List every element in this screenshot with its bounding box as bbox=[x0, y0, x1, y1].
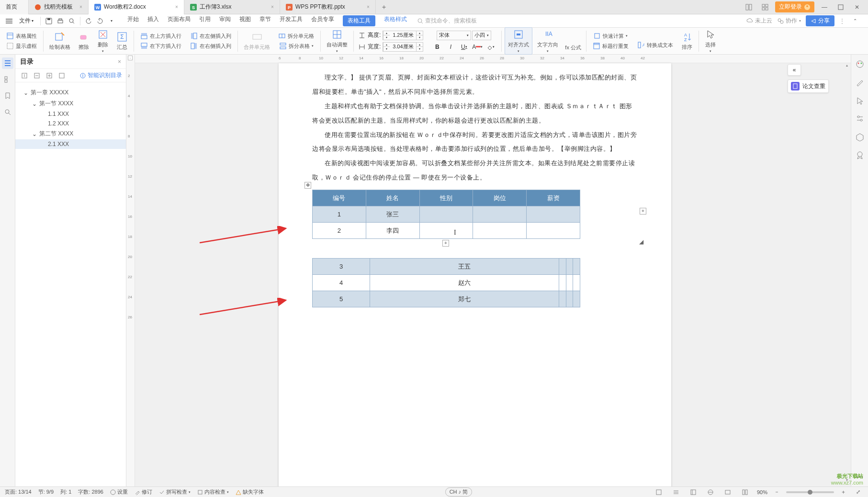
status-page[interactable]: 页面: 13/14 bbox=[5, 488, 32, 496]
thumbnail-icon[interactable] bbox=[2, 74, 13, 85]
show-gridlines[interactable]: 显示虚框 bbox=[4, 41, 39, 51]
cursor-icon[interactable] bbox=[854, 95, 866, 106]
col-width-input[interactable]: ▴▾3.04厘米▴▾ bbox=[383, 42, 423, 52]
menu-tab-reference[interactable]: 引用 bbox=[199, 15, 211, 26]
close-icon[interactable]: × bbox=[367, 4, 370, 10]
edit-icon[interactable] bbox=[854, 77, 866, 88]
table-cell[interactable] bbox=[419, 206, 473, 223]
night-mode[interactable] bbox=[722, 487, 733, 497]
fill-color-button[interactable]: ▾ bbox=[485, 42, 497, 52]
close-icon[interactable]: ✕ bbox=[851, 1, 863, 13]
zoom-out[interactable]: － bbox=[774, 488, 779, 496]
outline-item[interactable]: ⌄第二节 XXXX bbox=[15, 128, 126, 139]
outline-item[interactable]: ⌄第一节 XXXX bbox=[15, 98, 126, 109]
menu-tab-member[interactable]: 会员专享 bbox=[311, 15, 334, 26]
customize-dropdown[interactable]: ▾ bbox=[106, 16, 117, 26]
close-icon[interactable]: × bbox=[118, 58, 121, 65]
font-family-select[interactable]: 宋体▾ bbox=[437, 31, 471, 40]
status-spell[interactable]: 拼写检查▾ bbox=[159, 488, 191, 496]
menu-tab-layout[interactable]: 页面布局 bbox=[168, 15, 191, 26]
erase[interactable]: 擦除 bbox=[75, 30, 92, 52]
settings-icon[interactable] bbox=[854, 113, 866, 124]
table-cell[interactable]: 5 bbox=[313, 291, 370, 307]
table-move-handle[interactable]: ✥ bbox=[304, 182, 311, 189]
fullscreen-icon[interactable]: ⤢ bbox=[853, 487, 863, 497]
menu-tab-review[interactable]: 审阅 bbox=[219, 15, 231, 26]
search-icon[interactable] bbox=[2, 106, 13, 118]
outline-item[interactable]: 2.1 XXX bbox=[15, 139, 126, 149]
table-cell[interactable] bbox=[573, 291, 580, 307]
zoom-value[interactable]: 90% bbox=[757, 489, 767, 495]
select-button[interactable]: 选择▾ bbox=[702, 28, 719, 54]
save-button[interactable] bbox=[44, 16, 54, 26]
data-table-2[interactable]: 3王五4赵六5郑七 bbox=[312, 258, 580, 307]
table-cell[interactable]: 4 bbox=[313, 275, 370, 291]
table-cell[interactable] bbox=[559, 291, 566, 307]
table-cell[interactable] bbox=[419, 223, 473, 239]
split-cells[interactable]: 拆分单元格 bbox=[276, 31, 316, 41]
table-cell[interactable] bbox=[573, 259, 580, 275]
outline-item[interactable]: 1.1 XXX bbox=[15, 109, 126, 119]
status-font-missing[interactable]: 缺失字体 bbox=[236, 488, 264, 496]
table-cell[interactable] bbox=[566, 291, 573, 307]
underline-button[interactable]: U▾ bbox=[458, 42, 470, 52]
cloud-status[interactable]: 未上云 bbox=[746, 17, 772, 25]
new-tab-button[interactable]: ＋ bbox=[376, 3, 392, 11]
status-reset[interactable]: 设重 bbox=[110, 488, 128, 496]
menu-tab-view[interactable]: 视图 bbox=[239, 15, 251, 26]
outline-item[interactable]: ⌄第一章 XXXXX bbox=[15, 87, 126, 98]
status-words[interactable]: 字数: 2896 bbox=[78, 488, 103, 496]
vertical-scrollbar[interactable]: ▴ ▾ bbox=[844, 63, 850, 485]
table-properties[interactable]: 表格属性 bbox=[4, 31, 39, 41]
view-mode-web[interactable] bbox=[671, 487, 681, 497]
maximize-icon[interactable] bbox=[834, 1, 847, 13]
table-cell[interactable]: 赵六 bbox=[370, 275, 559, 291]
table-cell[interactable] bbox=[559, 275, 566, 291]
tab-home[interactable]: 首页 bbox=[0, 0, 29, 14]
close-icon[interactable]: × bbox=[79, 4, 82, 10]
outline-icon[interactable] bbox=[2, 57, 13, 69]
table-header[interactable]: 姓名 bbox=[366, 190, 419, 206]
redo-button[interactable] bbox=[95, 16, 105, 26]
add-row-handle[interactable]: + bbox=[442, 240, 449, 247]
menu-tab-table-tools[interactable]: 表格工具 bbox=[343, 15, 375, 26]
resize-handle[interactable]: ◢ bbox=[638, 239, 644, 246]
italic-button[interactable]: I bbox=[444, 42, 457, 52]
alignment-button[interactable]: 对齐方式▾ bbox=[505, 27, 532, 55]
menu-icon[interactable] bbox=[4, 16, 14, 26]
coop-button[interactable]: 协作▾ bbox=[777, 17, 801, 25]
preview-button[interactable] bbox=[67, 16, 77, 26]
insert-row-above[interactable]: 在上方插入行 bbox=[138, 31, 183, 41]
language-selector[interactable]: CH ♪ 简 bbox=[445, 487, 473, 497]
autofit[interactable]: 自动调整▾ bbox=[324, 28, 350, 54]
quick-tools-toggle[interactable]: « bbox=[788, 64, 801, 76]
data-table-1[interactable]: 编号姓名性别岗位薪资1张三2李四 bbox=[312, 190, 580, 239]
table-cell[interactable] bbox=[473, 206, 527, 223]
status-content[interactable]: 内容检查▾ bbox=[197, 488, 229, 496]
table-cell[interactable]: 1 bbox=[313, 206, 366, 223]
insert-col-right[interactable]: 在右侧插入列 bbox=[188, 41, 233, 51]
menu-tab-start[interactable]: 开始 bbox=[127, 15, 139, 26]
to-text[interactable]: A转换成文本 bbox=[635, 40, 675, 50]
quick-calc[interactable]: 快速计算▾ bbox=[591, 31, 630, 41]
delete[interactable]: 删除▾ bbox=[94, 28, 112, 54]
undo-button[interactable] bbox=[83, 16, 94, 26]
table-cell[interactable]: 3 bbox=[313, 259, 370, 275]
menu-tab-insert[interactable]: 插入 bbox=[147, 15, 159, 26]
table-cell[interactable] bbox=[566, 275, 573, 291]
table-cell[interactable]: 张三 bbox=[366, 206, 419, 223]
command-search[interactable]: 查找命令、搜索模板 bbox=[417, 17, 477, 25]
draw-table[interactable]: 绘制表格 bbox=[46, 30, 73, 52]
text-direction-button[interactable]: IIA文字方向▾ bbox=[534, 28, 561, 54]
expand-icon[interactable] bbox=[56, 70, 67, 81]
bookmark-icon[interactable] bbox=[2, 90, 13, 102]
collapse-ribbon-icon[interactable]: ⌃ bbox=[850, 16, 860, 26]
fold-button[interactable]: - bbox=[128, 56, 133, 60]
table-cell[interactable]: 李四 bbox=[366, 223, 419, 239]
sort-button[interactable]: AZ排序 bbox=[678, 30, 696, 52]
apps-icon[interactable] bbox=[759, 1, 771, 13]
collapse-icon[interactable] bbox=[44, 70, 55, 81]
table-cell[interactable]: 王五 bbox=[370, 259, 559, 275]
zoom-slider[interactable] bbox=[786, 491, 834, 493]
bold-button[interactable]: B bbox=[431, 42, 443, 52]
